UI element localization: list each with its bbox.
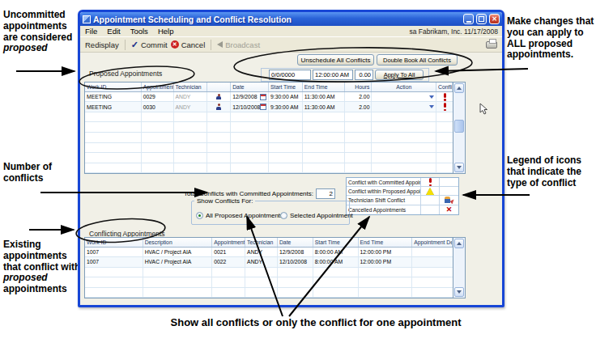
technician-lookup-cell[interactable] [207,92,231,102]
work-id-cell[interactable]: MEETING [85,102,142,112]
maximize-icon [479,16,484,22]
empty-row [85,122,453,133]
end-time-cell[interactable]: 11:30:00 AM [303,102,345,112]
start-time-cell[interactable]: 8:00:00 AM [313,257,359,266]
scroll-down-button[interactable] [454,163,464,172]
col-description: Description [143,238,213,247]
menu-file[interactable]: File [80,27,102,36]
total-conflicts-label: Total Conflicts with Committed Appointme… [161,190,313,197]
print-icon[interactable] [486,41,497,49]
menu-help[interactable]: Help [153,27,179,36]
radio-unselected-icon[interactable] [280,212,287,219]
start-time-cell[interactable]: 9:30:00 AM [269,92,303,102]
date-cell[interactable]: 12/10/2008 [231,102,269,112]
date-cell[interactable]: 12/9/2008 [278,248,313,256]
technician-cell[interactable]: ANDY [174,92,208,102]
appointment-cell[interactable]: 0021 [212,248,245,256]
empty-row [85,277,453,287]
menu-edit[interactable]: Edit [102,27,125,36]
cancelled-appointments-icon: ✕ [446,206,453,214]
conflict-with-committed-icon [443,93,447,101]
technician-lookup-cell[interactable] [207,102,231,112]
start-time-cell[interactable]: 8:00:00 AM [313,248,359,256]
redisplay-button[interactable]: Redisplay [85,40,119,49]
commit-label: Commit [141,40,168,49]
conflict-legend: Conflict with Committed Appointments Con… [346,177,459,215]
description-cell[interactable]: HVAC / Project AIA [143,257,213,266]
work-id-cell[interactable]: 1007 [85,257,143,266]
appointment-cell[interactable]: 0029 [142,92,174,102]
screenshot-canvas: Uncommitted appointments are considered … [0,0,596,364]
end-time-cell[interactable]: 12:00:00 PM [359,257,413,266]
appointment-cell[interactable]: 0022 [212,257,245,266]
check-icon: ✓ [131,40,138,49]
apply-hours-field[interactable]: 0.00 [355,70,373,80]
empty-row [85,268,453,277]
radio-all-proposed-appointments[interactable]: All Proposed Appointments [196,212,283,219]
technician-cell[interactable]: ANDY [245,257,278,266]
broadcast-button: Broadcast [217,40,260,49]
title-bar[interactable]: Appointment Scheduling and Conflict Reso… [80,12,502,26]
appointment-description-cell[interactable] [412,248,453,256]
conflicting-table-scrollbar[interactable] [453,238,465,298]
col-appointment: Appointment [212,238,245,247]
redisplay-label: Redisplay [85,40,119,49]
person-icon [215,94,222,100]
legend-label: Cancelled Appointments [347,205,421,214]
empty-row [85,143,453,154]
conflicting-table-header: Work ID Description Appointment Technici… [85,238,453,248]
proposed-table-header: Work ID Appointment Technician Date Star… [85,83,453,92]
radio-selected-appointment[interactable]: Selected Appointment [280,212,353,219]
proposed-row-1[interactable]: MEETING 0029 ANDY 12/9/2008 9:30:00 AM 1… [85,92,453,103]
conflicting-row-1[interactable]: 1007 HVAC / Project AIA 0021 ANDY 12/9/2… [85,248,453,257]
appointment-cell[interactable]: 0030 [142,102,174,112]
end-time-cell[interactable]: 12:00:00 PM [359,248,413,256]
menu-tools[interactable]: Tools [126,27,153,36]
date-value: 12/9/2008 [232,94,257,99]
description-cell[interactable]: HVAC / Project AIA [143,248,213,256]
callout-uncommitted-text: Uncommitted appointments are considered [3,9,72,43]
proposed-table-scrollbar[interactable] [453,83,465,173]
calendar-icon[interactable] [260,104,266,110]
calendar-icon[interactable] [260,94,266,100]
proposed-row-2[interactable]: MEETING 0030 ANDY 12/10/2008 9:30:00 AM … [85,102,453,112]
chevron-down-icon [429,105,434,108]
scroll-up-button[interactable] [454,83,464,93]
work-id-cell[interactable]: 1007 [85,248,143,256]
technician-cell[interactable]: ANDY [174,102,208,112]
scrollbar-thumb[interactable] [454,120,464,133]
col-appointment-description: Appointment Description [412,238,453,247]
action-dropdown[interactable] [372,92,436,102]
minimize-button[interactable] [463,14,474,24]
unschedule-all-conflicts-button[interactable]: Unschedule All Conflicts [297,54,374,66]
apply-time-field[interactable]: 12:00:00 AM [313,70,353,80]
toolbar-separator [211,40,211,50]
maximize-button[interactable] [476,14,487,24]
scroll-down-button[interactable] [454,287,464,297]
date-cell[interactable]: 12/9/2008 [231,92,269,102]
radio-selected-icon[interactable] [196,212,203,219]
apply-date-field[interactable]: 0/0/0000 [269,70,311,80]
end-time-cell[interactable]: 11:30:00 AM [303,92,345,102]
conflicting-appointments-table: Work ID Description Appointment Technici… [84,237,466,298]
hours-cell[interactable]: 2.00 [345,102,372,112]
hours-cell[interactable]: 2.00 [345,92,372,102]
double-book-all-conflicts-button[interactable]: Double Book All Conflicts [377,54,458,66]
close-button[interactable]: ✕ [489,14,500,24]
scroll-up-button[interactable] [454,239,464,248]
toolbar: Redisplay ✓Commit ✕Cancel Broadcast [80,37,502,53]
callout-existing-after: appointments [3,283,67,294]
conflicting-row-2[interactable]: 1007 HVAC / Project AIA 0022 ANDY 12/10/… [85,257,453,267]
technician-cell[interactable]: ANDY [245,248,278,256]
cancel-button[interactable]: ✕Cancel [171,40,206,49]
apply-to-all-button[interactable]: Apply To All [375,70,424,80]
col-work-id: Work ID [85,83,142,91]
commit-button[interactable]: ✓Commit [131,40,168,49]
col-conflict: Conflict [436,83,453,91]
date-cell[interactable]: 12/10/2008 [278,257,313,266]
work-id-cell[interactable]: MEETING [85,92,142,102]
appointment-description-cell[interactable] [412,257,453,266]
action-dropdown[interactable] [372,102,436,112]
col-hours: Hours [345,83,372,91]
start-time-cell[interactable]: 9:30:00 AM [269,102,303,112]
